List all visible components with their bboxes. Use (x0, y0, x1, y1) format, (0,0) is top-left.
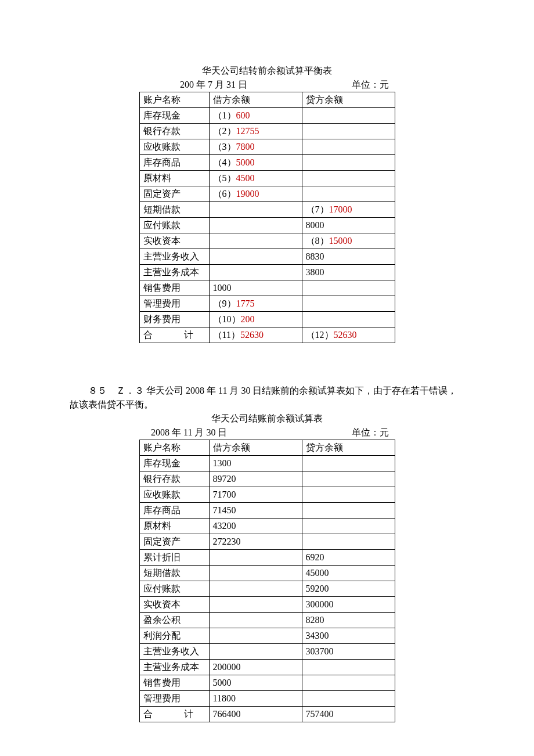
cell-debit: 200000 (209, 660, 302, 675)
table2-date: 2008 年 11 月 30 日 (139, 426, 227, 440)
cell-credit (302, 691, 395, 707)
cell-debit: （4）5000 (209, 155, 302, 171)
table-row: 应付账款59200 (139, 581, 395, 597)
table2-title: 华天公司结账前余额试算表 (70, 412, 464, 426)
cell-debit (209, 249, 302, 265)
cell-debit: 5000 (209, 675, 302, 691)
cell-credit (302, 124, 395, 139)
table-sum-row: 合 计 （11）52630 （12）52630 (139, 327, 395, 343)
col-account-name: 账户名称 (139, 92, 209, 108)
col-account-name: 账户名称 (139, 440, 209, 456)
cell-account-name: 销售费用 (139, 280, 209, 296)
table-row: 主营业务成本200000 (139, 660, 395, 675)
table-row: 原材料43200 (139, 519, 395, 534)
cell-debit: 11800 (209, 691, 302, 707)
cell-debit: （2）12755 (209, 124, 302, 139)
col-debit: 借方余额 (209, 440, 302, 456)
cell-credit (302, 534, 395, 550)
sum-debit: 766400 (209, 707, 302, 722)
col-debit: 借方余额 (209, 92, 302, 108)
table-row: 短期借款45000 (139, 566, 395, 581)
cell-debit (209, 581, 302, 597)
table-header-row: 账户名称 借方余额 贷方余额 (139, 440, 395, 456)
cell-debit (209, 233, 302, 249)
cell-account-name: 实收资本 (139, 233, 209, 249)
table-row: 短期借款（7）17000 (139, 202, 395, 218)
cell-account-name: 银行存款 (139, 124, 209, 139)
table-sum-row: 合 计 766400 757400 (139, 707, 395, 722)
cell-debit: （9）1775 (209, 296, 302, 312)
table-row: 库存商品71450 (139, 503, 395, 519)
cell-credit: 59200 (302, 581, 395, 597)
cell-debit (209, 265, 302, 280)
cell-debit: 272230 (209, 534, 302, 550)
cell-account-name: 原材料 (139, 171, 209, 186)
cell-account-name: 应付账款 (139, 581, 209, 597)
table-row: 主营业务成本3800 (139, 265, 395, 280)
cell-debit: （3）7800 (209, 139, 302, 155)
table-row: 原材料（5）4500 (139, 171, 395, 186)
table2-unit: 单位：元 (352, 426, 395, 440)
cell-credit: （7）17000 (302, 202, 395, 218)
table1-meta: 200 年 7 月 31 日 单位：元 (139, 78, 395, 92)
cell-account-name: 原材料 (139, 519, 209, 534)
cell-credit (302, 280, 395, 296)
cell-credit: 303700 (302, 644, 395, 660)
cell-credit: 3800 (302, 265, 395, 280)
cell-account-name: 主营业务收入 (139, 644, 209, 660)
cell-account-name: 实收资本 (139, 597, 209, 613)
cell-debit (209, 550, 302, 566)
sum-credit: （12）52630 (302, 327, 395, 343)
table-row: 库存现金1300 (139, 456, 395, 471)
cell-account-name: 主营业务成本 (139, 265, 209, 280)
cell-debit (209, 628, 302, 644)
cell-debit: （1）600 (209, 108, 302, 124)
table-header-row: 账户名称 借方余额 贷方余额 (139, 92, 395, 108)
cell-account-name: 主营业务收入 (139, 249, 209, 265)
cell-debit (209, 202, 302, 218)
cell-credit (302, 519, 395, 534)
cell-account-name: 应收账款 (139, 139, 209, 155)
table-row: 盈余公积8280 (139, 613, 395, 628)
cell-credit: 8000 (302, 218, 395, 233)
cell-credit (302, 155, 395, 171)
cell-credit (302, 312, 395, 327)
cell-account-name: 盈余公积 (139, 613, 209, 628)
table-row: 主营业务收入303700 (139, 644, 395, 660)
table-row: 应收账款71700 (139, 487, 395, 503)
cell-credit: 6920 (302, 550, 395, 566)
cell-account-name: 固定资产 (139, 534, 209, 550)
cell-debit (209, 566, 302, 581)
cell-debit: 43200 (209, 519, 302, 534)
cell-credit: 300000 (302, 597, 395, 613)
trial-balance-table-1: 账户名称 借方余额 贷方余额 库存现金（1）600银行存款（2）12755应收账… (139, 92, 395, 343)
table1-title: 华天公司结转前余额试算平衡表 (70, 64, 464, 78)
cell-credit: 8830 (302, 249, 395, 265)
table1-unit: 单位：元 (352, 78, 395, 92)
table-row: 销售费用5000 (139, 675, 395, 691)
cell-debit (209, 613, 302, 628)
problem-statement: ８５ Ｚ．３ 华天公司 2008 年 11 月 30 日结账前的余额试算表如下，… (70, 384, 464, 412)
cell-credit: 45000 (302, 566, 395, 581)
cell-debit: 1300 (209, 456, 302, 471)
cell-credit (302, 487, 395, 503)
table1-date: 200 年 7 月 31 日 (139, 78, 247, 92)
table-row: 主营业务收入8830 (139, 249, 395, 265)
cell-credit (302, 471, 395, 487)
table-row: 管理费用11800 (139, 691, 395, 707)
cell-debit (209, 597, 302, 613)
cell-credit: 8280 (302, 613, 395, 628)
cell-credit (302, 139, 395, 155)
cell-debit: （10）200 (209, 312, 302, 327)
cell-debit: 89720 (209, 471, 302, 487)
cell-account-name: 主营业务成本 (139, 660, 209, 675)
cell-debit (209, 218, 302, 233)
cell-account-name: 销售费用 (139, 675, 209, 691)
cell-account-name: 固定资产 (139, 186, 209, 202)
document-page: 华天公司结转前余额试算平衡表 200 年 7 月 31 日 单位：元 账户名称 … (0, 0, 534, 756)
table-row: 管理费用（9）1775 (139, 296, 395, 312)
table2-meta: 2008 年 11 月 30 日 单位：元 (139, 426, 395, 440)
cell-debit: 71700 (209, 487, 302, 503)
table-row: 银行存款（2）12755 (139, 124, 395, 139)
table-row: 销售费用1000 (139, 280, 395, 296)
